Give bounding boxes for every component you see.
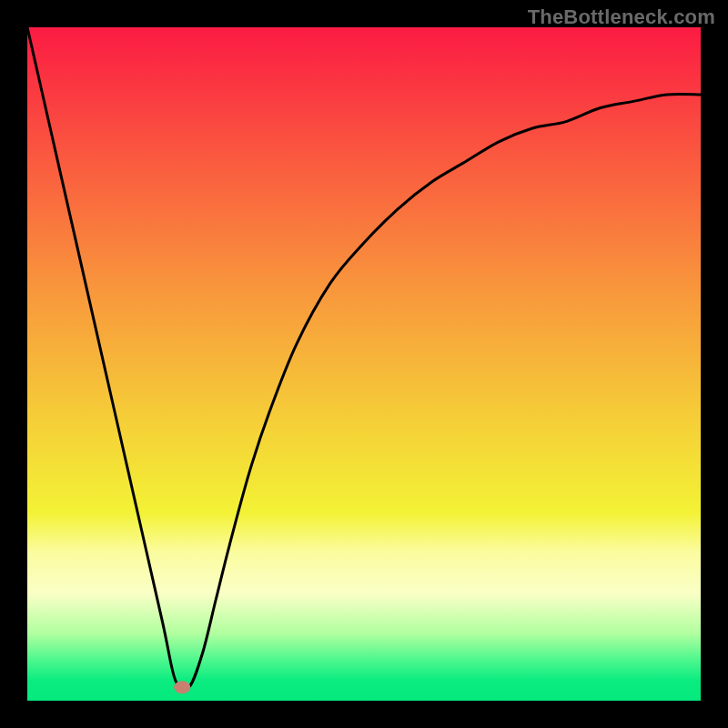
gradient-background: [27, 27, 701, 701]
watermark-text: TheBottleneck.com: [528, 5, 715, 29]
plot-frame: [27, 27, 701, 701]
optimal-marker: [174, 681, 190, 693]
bottleneck-chart: [27, 27, 701, 701]
